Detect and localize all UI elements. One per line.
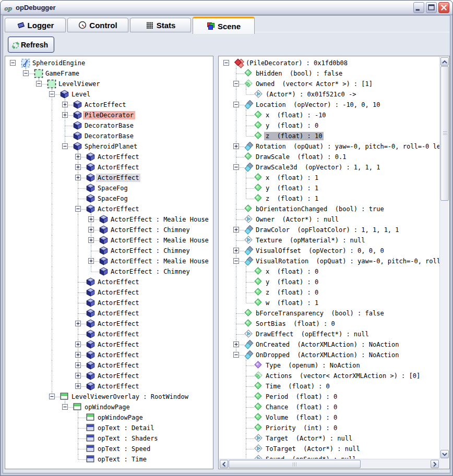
tree-row[interactable]: opText : Shaders xyxy=(6,433,212,444)
tree-node-label[interactable]: DrawScale (float) : 0.1 xyxy=(254,153,348,161)
tree-row[interactable]: DrawEffect (opEffect*) : null xyxy=(219,329,439,339)
tree-row[interactable]: OnCreated (ActorXMLAction) : NoAction xyxy=(219,339,439,350)
tree-node-label[interactable]: ActorEffect xyxy=(96,351,140,359)
tree-row[interactable]: SpaceFog xyxy=(6,193,212,204)
tree-row[interactable]: PileDecorator xyxy=(6,110,212,120)
tree-row[interactable]: Owned (vector< Actor* >) : [1] xyxy=(219,79,439,89)
tree-node-label[interactable]: y (float) : 0 xyxy=(264,278,320,286)
tree-node-label[interactable]: VisualRotation (opQuat) : yaw=-0, pitch=… xyxy=(254,257,439,265)
collapse-toggle[interactable] xyxy=(49,91,55,97)
tree-node-label[interactable]: Texture (opMaterial*) : null xyxy=(254,236,367,245)
tree-node-label[interactable]: ActorEffect xyxy=(96,153,140,161)
tree-node-label[interactable]: Owned (vector< Actor* >) : [1] xyxy=(254,80,374,88)
tree-row[interactable]: (PileDecorator) : 0x1fd0b08 xyxy=(219,58,439,68)
expand-toggle[interactable] xyxy=(88,216,94,222)
horizontal-scrollbar[interactable] xyxy=(219,459,439,468)
tree-row[interactable]: Period (float) : 0 xyxy=(219,392,439,402)
expand-toggle[interactable] xyxy=(233,341,239,347)
maximize-button[interactable] xyxy=(426,2,437,13)
tree-row[interactable]: SpaceFog xyxy=(6,183,212,193)
tree-row[interactable]: Location (opVector) : -10, 0, 10 xyxy=(219,100,439,110)
tab-control[interactable]: Control xyxy=(67,18,128,32)
scroll-left-button[interactable] xyxy=(220,460,228,468)
tree-row[interactable]: ToTarget (Actor*) : null xyxy=(219,444,439,454)
tree-node-label[interactable]: SpaceFog xyxy=(96,184,129,192)
tree-row[interactable]: Type (openum) : NoAction xyxy=(219,360,439,371)
tree-node-label[interactable]: opWindowPage xyxy=(83,403,132,411)
tree-node-label[interactable]: ActorEffect xyxy=(96,205,140,213)
horizontal-scroll-thumb[interactable] xyxy=(229,460,361,468)
expand-toggle[interactable] xyxy=(88,258,94,264)
tree-node-label[interactable]: ActorEffect xyxy=(96,340,140,349)
tree-node-label[interactable]: Period (float) : 0 xyxy=(264,393,339,401)
tree-row[interactable]: Volume (float) : 0 xyxy=(219,412,439,423)
expand-toggle[interactable] xyxy=(75,321,81,326)
tree-row[interactable]: opText : Time xyxy=(6,454,212,465)
tree-row[interactable]: ActorEffect xyxy=(6,287,212,298)
tree-node-label[interactable]: opWindowPage xyxy=(96,413,145,422)
tree-row[interactable]: Actions (vector< ActorXMLAction >) : [0] xyxy=(219,371,439,381)
tree-node-label[interactable]: ActorEffect xyxy=(96,163,140,172)
tree-node-label[interactable]: (PileDecorator) : 0x1fd0b08 xyxy=(244,59,349,67)
expand-toggle[interactable] xyxy=(75,175,81,180)
tree-node-label[interactable]: ActorEffect xyxy=(96,309,140,318)
tree-row[interactable]: Priority (int) : 0 xyxy=(219,423,439,433)
tree-node-label[interactable]: ActorEffect xyxy=(96,320,140,328)
tree-node-label[interactable]: SortBias (float) : 0 xyxy=(254,320,337,328)
tree-row[interactable]: ActorEffect : Mealie House xyxy=(6,235,212,246)
expand-toggle[interactable] xyxy=(62,112,68,118)
tree-node-label[interactable]: Chance (float) : 0 xyxy=(264,403,339,411)
tree-row[interactable]: z (float) : 10 xyxy=(219,131,439,141)
tree-node-label[interactable]: Location (opVector) : -10, 0, 10 xyxy=(254,101,382,109)
collapse-toggle[interactable] xyxy=(10,60,16,66)
tree-node-label[interactable]: Volume (float) : 0 xyxy=(264,413,339,422)
tree-row[interactable]: ActorEffect xyxy=(6,277,212,287)
tree-row[interactable]: opText : Detail xyxy=(6,423,212,433)
tree-node-label[interactable]: ActorEffect : Chimney xyxy=(109,226,192,234)
tab-scene[interactable]: Scene xyxy=(193,17,255,34)
tree-node-label[interactable]: Level xyxy=(70,90,92,99)
tree-node-label[interactable]: ActorEffect : Mealie House xyxy=(109,257,210,265)
tree-node-label[interactable]: OnDropped (ActorXMLAction) : NoAction xyxy=(254,351,401,359)
expand-toggle[interactable] xyxy=(75,373,81,379)
tree-node-label[interactable]: ActorEffect xyxy=(96,288,140,297)
tree-row[interactable]: z (float) : 0 xyxy=(219,287,439,298)
minimize-button[interactable] xyxy=(413,2,424,13)
tree-node-label[interactable]: bOrientationChanged (bool) : true xyxy=(254,205,386,213)
scroll-down-button[interactable] xyxy=(440,450,449,458)
expand-toggle[interactable] xyxy=(75,341,81,347)
vertical-scrollbar[interactable] xyxy=(439,57,449,459)
collapse-toggle[interactable] xyxy=(233,258,239,264)
tree-row[interactable]: ActorEffect xyxy=(6,319,212,329)
collapse-toggle[interactable] xyxy=(36,81,42,87)
tree-row[interactable]: SpheroidEngine xyxy=(6,58,212,68)
expand-toggle[interactable] xyxy=(75,383,81,389)
tab-logger[interactable]: Logger xyxy=(5,18,66,32)
tab-stats[interactable]: Stats xyxy=(130,18,191,32)
expand-toggle[interactable] xyxy=(75,164,81,170)
tree-row[interactable]: VisualRotation (opQuat) : yaw=-0, pitch=… xyxy=(219,256,439,266)
tree-node-label[interactable]: opText : Detail xyxy=(96,424,156,432)
tree-node-label[interactable]: SpheroidEngine xyxy=(31,59,87,67)
tree-node-label[interactable]: GameFrame xyxy=(44,69,81,78)
expand-toggle[interactable] xyxy=(233,227,239,233)
tree-node-label[interactable]: SpaceFog xyxy=(96,194,129,203)
tree-row[interactable]: w (float) : 1 xyxy=(219,298,439,308)
tree-row[interactable]: ActorEffect xyxy=(6,308,212,319)
tree-row[interactable]: opWindowPage xyxy=(6,412,212,423)
tree-row[interactable]: ActorEffect : Chimney xyxy=(6,225,212,235)
tree-node-label[interactable]: OnCreated (ActorXMLAction) : NoAction xyxy=(254,340,401,349)
tree-node-label[interactable]: Sound (opSound*) : null xyxy=(264,455,357,459)
tree-node-label[interactable]: z (float) : 1 xyxy=(264,194,320,203)
tree-node-label[interactable]: ActorEffect xyxy=(96,174,140,182)
tree-node-label[interactable]: opText : Time xyxy=(96,455,148,463)
tree-row[interactable]: GameFrame xyxy=(6,68,212,79)
tree-node-label[interactable]: ActorEffect : Mealie House xyxy=(109,215,210,224)
tree-row[interactable]: ActorEffect xyxy=(6,371,212,381)
tree-node-label[interactable]: ActorEffect : Chimney xyxy=(109,247,192,255)
scroll-up-button[interactable] xyxy=(440,57,449,66)
tree-row[interactable]: ActorEffect : Mealie House xyxy=(6,214,212,225)
tree-node-label[interactable]: bHidden (bool) : false xyxy=(254,69,344,78)
tree-node-label[interactable]: opText : Speed xyxy=(96,445,152,453)
tree-row[interactable]: (Actor*) : 0x01f521c0 -> xyxy=(219,89,439,100)
